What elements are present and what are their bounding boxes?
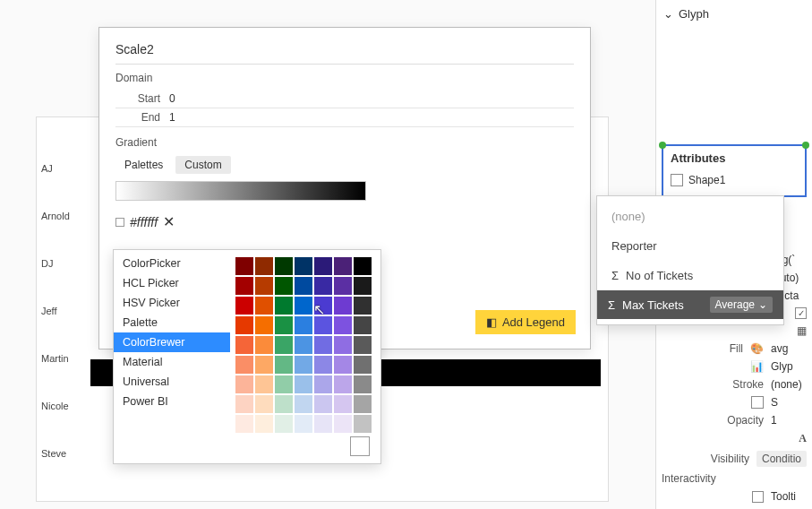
hex-input-row[interactable]: #ffffff ✕ <box>115 213 574 230</box>
color-swatch[interactable] <box>275 356 293 374</box>
s-row[interactable]: S <box>662 393 807 411</box>
color-swatch[interactable] <box>255 356 273 374</box>
color-swatch[interactable] <box>334 415 352 433</box>
color-swatch[interactable] <box>235 356 253 374</box>
color-swatch[interactable] <box>295 395 312 413</box>
color-swatch[interactable] <box>255 316 273 334</box>
color-swatch[interactable] <box>275 336 293 354</box>
color-swatch[interactable] <box>275 375 293 393</box>
color-swatch[interactable] <box>354 316 372 334</box>
picker-item-colorbrewer[interactable]: ColorBrewer <box>114 332 230 352</box>
color-swatch[interactable] <box>295 415 312 433</box>
fill-row[interactable]: Fill 🎨 avg <box>662 340 807 358</box>
color-swatch[interactable] <box>354 257 372 275</box>
domain-start-row[interactable]: Start 0 <box>115 90 574 108</box>
panel-section-glyph[interactable]: ⌄ Glyph <box>662 4 807 28</box>
color-swatch[interactable] <box>255 277 273 295</box>
color-swatch[interactable] <box>354 395 372 413</box>
color-swatch[interactable] <box>295 257 312 275</box>
color-swatch[interactable] <box>235 375 253 393</box>
color-swatch[interactable] <box>354 415 372 433</box>
tooltip-row[interactable]: Toolti <box>662 487 807 505</box>
start-value[interactable]: 0 <box>169 92 574 105</box>
context-row[interactable]: Conte <box>662 505 807 509</box>
tab-custom[interactable]: Custom <box>175 156 230 174</box>
field-item-no-tickets[interactable]: Σ No of Tickets <box>597 261 783 290</box>
color-swatch[interactable] <box>354 375 372 393</box>
color-swatch[interactable] <box>314 375 332 393</box>
color-swatch[interactable] <box>334 336 352 354</box>
close-icon[interactable]: ✕ <box>163 213 175 230</box>
opacity-row[interactable]: Opacity 1 <box>662 411 807 429</box>
aggregation-dropdown[interactable]: Average ⌄ <box>710 297 773 313</box>
color-swatch[interactable] <box>235 277 253 295</box>
color-swatch[interactable] <box>314 336 332 354</box>
color-swatch[interactable] <box>275 316 293 334</box>
checkbox-icon[interactable] <box>752 491 764 503</box>
picker-item-hsv[interactable]: HSV Picker <box>114 293 230 313</box>
color-swatch[interactable] <box>255 336 273 354</box>
color-swatch[interactable] <box>314 257 332 275</box>
glyph-icon-row[interactable]: 📊 Glyp <box>662 358 807 375</box>
color-swatch[interactable] <box>235 395 253 413</box>
color-swatch[interactable] <box>295 297 312 315</box>
checkbox-icon[interactable]: ✓ <box>795 307 807 319</box>
color-swatch[interactable] <box>295 336 312 354</box>
color-swatch[interactable] <box>295 316 312 334</box>
picker-item-palette[interactable]: Palette <box>114 313 230 332</box>
color-swatch[interactable] <box>255 395 273 413</box>
picker-item-material[interactable]: Material <box>114 352 230 372</box>
color-swatch[interactable] <box>235 297 253 315</box>
color-swatch[interactable] <box>255 375 273 393</box>
color-swatch[interactable] <box>334 257 352 275</box>
field-item-max-tickets[interactable]: Σ Max Tickets Average ⌄ <box>597 290 783 319</box>
color-swatch[interactable] <box>235 415 253 433</box>
color-swatch[interactable] <box>295 356 312 374</box>
color-swatch[interactable] <box>334 316 352 334</box>
color-swatch[interactable] <box>255 257 273 275</box>
color-swatch[interactable] <box>235 316 253 334</box>
color-swatch[interactable] <box>235 336 253 354</box>
field-item-reporter[interactable]: Reporter <box>597 231 783 261</box>
selected-color-preview[interactable] <box>350 436 370 456</box>
stroke-row[interactable]: Stroke (none) <box>662 375 807 393</box>
color-swatch[interactable] <box>235 257 253 275</box>
end-value[interactable]: 1 <box>169 111 574 124</box>
a-row[interactable]: A <box>662 429 807 448</box>
color-swatch[interactable] <box>354 297 372 315</box>
field-item-none[interactable]: (none) <box>597 202 783 231</box>
color-swatch[interactable] <box>314 316 332 334</box>
color-swatch[interactable] <box>334 356 352 374</box>
color-swatch[interactable] <box>275 395 293 413</box>
color-swatch[interactable] <box>275 277 293 295</box>
color-swatch[interactable] <box>354 336 372 354</box>
add-legend-button[interactable]: ◧ Add Legend <box>475 310 576 334</box>
color-swatch[interactable] <box>275 297 293 315</box>
color-swatch[interactable] <box>314 277 332 295</box>
color-swatch[interactable] <box>314 395 332 413</box>
color-swatch[interactable] <box>275 415 293 433</box>
color-swatch[interactable] <box>334 375 352 393</box>
shape-item[interactable]: Shape1 <box>671 170 798 190</box>
color-swatch[interactable] <box>354 356 372 374</box>
color-swatch[interactable] <box>354 277 372 295</box>
color-swatch[interactable] <box>275 257 293 275</box>
color-swatch[interactable] <box>314 356 332 374</box>
tab-palettes[interactable]: Palettes <box>115 156 172 174</box>
picker-item-powerbi[interactable]: Power BI <box>114 392 230 411</box>
domain-end-row[interactable]: End 1 <box>115 108 574 127</box>
color-swatch[interactable] <box>334 395 352 413</box>
color-swatch[interactable] <box>255 415 273 433</box>
visibility-row[interactable]: Visibility Conditio <box>662 448 807 470</box>
color-swatch[interactable] <box>334 297 352 315</box>
picker-item-hcl[interactable]: HCL Picker <box>114 273 230 293</box>
gradient-preview[interactable] <box>115 181 366 201</box>
picker-item-universal[interactable]: Universal <box>114 372 230 392</box>
picker-item-colorpicker[interactable]: ColorPicker <box>114 254 230 273</box>
color-swatch[interactable] <box>295 277 312 295</box>
color-swatch[interactable] <box>334 277 352 295</box>
hex-value[interactable]: #ffffff <box>130 215 158 229</box>
visibility-value[interactable]: Conditio <box>756 451 807 467</box>
color-swatch[interactable] <box>314 415 332 433</box>
color-swatch[interactable] <box>255 297 273 315</box>
